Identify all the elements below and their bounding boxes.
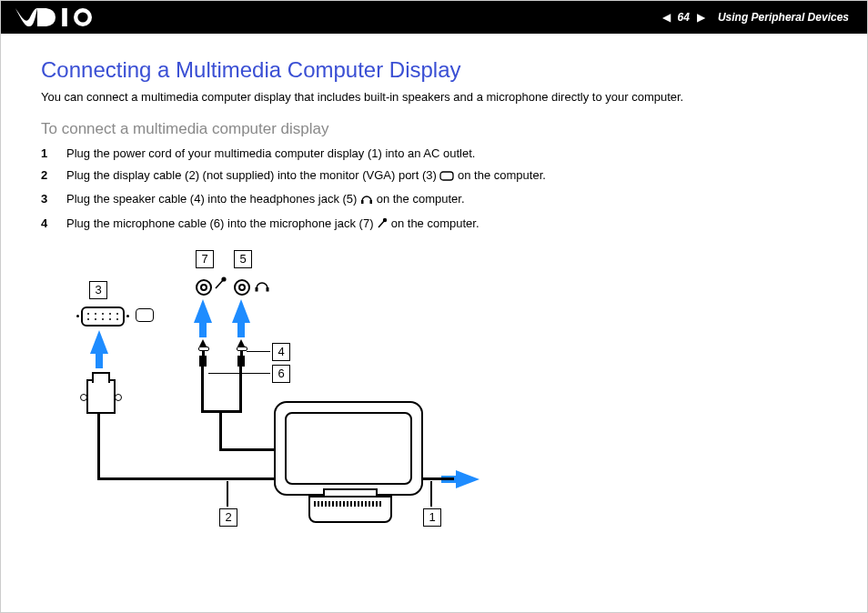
vga-connector-icon — [86, 379, 116, 414]
header-nav: ◀ 64 ▶ Using Peripheral Devices — [662, 11, 849, 24]
cable — [219, 410, 222, 450]
crt-monitor-icon — [256, 394, 438, 530]
cable — [97, 477, 279, 480]
step-text: on the computer. — [391, 216, 479, 230]
step-text: on the computer. — [458, 168, 546, 182]
svg-rect-10 — [256, 287, 258, 292]
step-text: Plug the speaker cable (4) into the head… — [66, 192, 360, 206]
callout-2: 2 — [219, 508, 237, 527]
monitor-port-icon — [136, 308, 154, 322]
step-number: 3 — [41, 191, 54, 209]
microphone-icon — [214, 276, 227, 294]
monitor-port-icon — [439, 169, 454, 186]
headphones-icon — [360, 193, 373, 209]
step-text: Plug the microphone cable (6) into the m… — [66, 216, 377, 230]
step-3: 3 Plug the speaker cable (4) into the he… — [41, 191, 827, 209]
svg-point-2 — [77, 12, 87, 22]
step-4: 4 Plug the microphone cable (6) into the… — [41, 216, 827, 234]
vaio-logo — [15, 8, 103, 26]
callout-6: 6 — [272, 365, 290, 383]
svg-point-9 — [221, 276, 226, 281]
leader-line — [227, 481, 228, 507]
arrow-up-icon — [232, 299, 250, 323]
svg-rect-3 — [440, 172, 453, 180]
svg-point-7 — [383, 217, 387, 221]
step-number: 1 — [41, 146, 54, 162]
page-title: Connecting a Multimedia Computer Display — [41, 57, 827, 83]
procedure-heading: To connect a multimedia computer display — [41, 120, 827, 138]
nav-next-icon[interactable]: ▶ — [697, 11, 705, 24]
microphone-icon — [377, 217, 388, 234]
section-title: Using Peripheral Devices — [718, 11, 849, 24]
arrow-up-icon — [90, 330, 108, 354]
callout-4: 4 — [272, 343, 290, 361]
callout-3: 3 — [89, 281, 107, 299]
svg-rect-11 — [267, 287, 269, 292]
step-text: on the computer. — [377, 192, 465, 206]
nav-prev-icon[interactable]: ◀ — [662, 11, 671, 24]
vga-port-icon — [81, 306, 125, 327]
audio-plug-icon — [199, 339, 207, 365]
arrow-right-icon — [456, 470, 479, 488]
step-list: 1 Plug the power cord of your multimedia… — [41, 146, 827, 234]
content-area: Connecting a Multimedia Computer Display… — [1, 34, 867, 539]
headphones-icon — [254, 277, 270, 296]
header-bar: ◀ 64 ▶ Using Peripheral Devices — [1, 1, 867, 34]
step-text: Plug the power cord of your multimedia c… — [66, 146, 475, 160]
page-number: 64 — [678, 11, 690, 24]
audio-plug-icon — [237, 339, 245, 365]
arrow-up-icon — [194, 299, 212, 323]
connection-diagram: 3 7 5 4 6 2 1 — [48, 239, 558, 539]
svg-rect-5 — [370, 200, 373, 204]
step-2: 2 Plug the display cable (2) (not suppli… — [41, 167, 827, 186]
leader-line — [247, 351, 270, 353]
callout-7: 7 — [196, 250, 214, 268]
intro-text: You can connect a multimedia computer di… — [41, 90, 827, 104]
cable — [97, 412, 100, 479]
mic-jack-icon — [196, 279, 212, 296]
headphone-jack-icon — [234, 279, 250, 296]
callout-5: 5 — [234, 250, 252, 268]
step-number: 2 — [41, 167, 54, 186]
cable — [201, 367, 204, 412]
manual-page: ◀ 64 ▶ Using Peripheral Devices Connecti… — [0, 0, 868, 613]
svg-rect-4 — [361, 200, 364, 204]
step-1: 1 Plug the power cord of your multimedia… — [41, 146, 827, 162]
step-number: 4 — [41, 216, 54, 234]
step-text: Plug the display cable (2) (not supplied… — [66, 168, 439, 182]
cable — [239, 367, 242, 412]
svg-rect-0 — [62, 8, 67, 26]
